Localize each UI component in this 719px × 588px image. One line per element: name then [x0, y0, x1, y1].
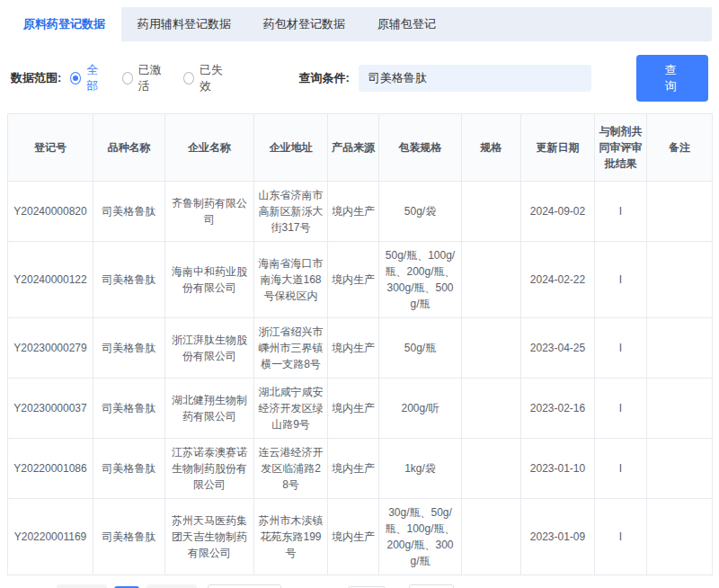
cell-remark [647, 379, 713, 439]
cell-update-date: 2023-01-10 [521, 439, 595, 499]
confirm-button[interactable]: 确定 [409, 584, 454, 588]
cell-update-date: 2023-02-16 [521, 379, 595, 439]
cell-packaging-spec: 50g/瓶、100g/瓶、200g/瓶、300g/瓶、500g/瓶 [379, 242, 462, 318]
cell-company-address: 湖北咸宁咸安经济开发区绿山路9号 [254, 379, 328, 439]
cell-product-source: 境内生产 [328, 379, 379, 439]
tab-raw-material-data[interactable]: 原料药登记数据 [7, 7, 121, 41]
tab-bar: 原料药登记数据 药用辅料登记数据 药包材登记数据 原辅包登记 [7, 7, 712, 41]
cell-product-source: 境内生产 [328, 182, 379, 242]
radio-active-label: 已激活 [138, 62, 167, 94]
page-size-select[interactable]: 10 条/页 ▼ [208, 584, 281, 588]
cell-update-date: 2023-01-09 [521, 499, 595, 575]
tab-raw-aux-pack-registration[interactable]: 原辅包登记 [361, 7, 452, 41]
header-update-date: 更新日期 [521, 114, 595, 182]
cell-company-address: 连云港经济开发区临浦路28号 [254, 439, 328, 499]
header-review-result: 与制剂共同审评审批结果 [595, 114, 647, 182]
cell-packaging-spec: 50g/袋 [379, 182, 462, 242]
cell-variety-name: 司美格鲁肽 [93, 318, 165, 379]
cell-review-result: I [595, 499, 647, 575]
header-spec: 规格 [462, 114, 521, 182]
cell-remark [647, 242, 713, 318]
header-company-name: 企业名称 [165, 114, 254, 182]
cell-packaging-spec: 30g/瓶、50g/瓶、100g/瓶、200g/瓶、300g/瓶 [379, 499, 462, 575]
cell-packaging-spec: 200g/听 [379, 379, 462, 439]
cell-remark [647, 499, 713, 575]
cell-review-result: I [595, 439, 647, 499]
table-row: Y20230000279 司美格鲁肽 浙江湃肽生物股份有限公司 浙江省绍兴市嵊州… [8, 318, 713, 379]
search-input[interactable] [359, 65, 592, 92]
header-reg-no: 登记号 [8, 114, 93, 182]
radio-expired-label: 已失效 [200, 62, 228, 94]
radio-all[interactable]: 全部 [70, 62, 105, 94]
radio-expired[interactable]: 已失效 [183, 62, 228, 94]
cell-variety-name: 司美格鲁肽 [93, 439, 165, 499]
table-header-row: 登记号 品种名称 企业名称 企业地址 产品来源 包装规格 规格 更新日期 与制剂… [8, 114, 713, 182]
header-variety-name: 品种名称 [93, 114, 165, 182]
cell-spec [462, 499, 521, 575]
header-company-address: 企业地址 [254, 114, 328, 182]
table-row: Y20240000122 司美格鲁肽 海南中和药业股份有限公司 海南省海口市南海… [8, 242, 713, 318]
cell-reg-no: Y20240000820 [8, 182, 93, 242]
cell-spec [462, 439, 521, 499]
cell-variety-name: 司美格鲁肽 [93, 499, 165, 575]
cell-product-source: 境内生产 [328, 318, 379, 379]
cell-variety-name: 司美格鲁肽 [93, 242, 165, 318]
query-condition-label: 查询条件: [299, 70, 350, 86]
tab-packaging-material-data[interactable]: 药包材登记数据 [247, 7, 361, 41]
cell-company-address: 山东省济南市高新区新泺大街317号 [254, 182, 328, 242]
cell-company-name: 齐鲁制药有限公司 [165, 182, 254, 242]
cell-reg-no: Y20230000037 [8, 379, 93, 439]
table-row: Y20220001169 司美格鲁肽 苏州天马医药集团天吉生物制药有限公司 苏州… [8, 499, 713, 575]
cell-company-address: 苏州市木渎镇花苑东路199号 [254, 499, 328, 575]
prev-page-button[interactable]: 上一页 [57, 584, 107, 588]
next-page-button[interactable]: 下一页 [146, 584, 197, 588]
radio-all-icon [70, 72, 81, 85]
filter-bar: 数据范围: 全部 已激活 已失效 查询条件: 查 询 [7, 41, 712, 113]
radio-active[interactable]: 已激活 [122, 62, 167, 94]
cell-company-name: 江苏诺泰澳赛诺生物制药股份有限公司 [165, 439, 254, 499]
cell-company-address: 海南省海口市南海大道168号保税区内 [254, 242, 328, 318]
cell-review-result: I [595, 379, 647, 439]
cell-review-result: I [595, 318, 647, 379]
data-range-label: 数据范围: [11, 70, 61, 86]
cell-spec [462, 182, 521, 242]
cell-company-name: 苏州天马医药集团天吉生物制药有限公司 [165, 499, 254, 575]
header-product-source: 产品来源 [328, 114, 379, 182]
radio-all-label: 全部 [86, 62, 105, 94]
cell-spec [462, 242, 521, 318]
header-remark: 备注 [647, 114, 713, 182]
table-row: Y20240000820 司美格鲁肽 齐鲁制药有限公司 山东省济南市高新区新泺大… [8, 182, 713, 242]
search-button[interactable]: 查 询 [636, 55, 708, 102]
cell-packaging-spec: 1kg/袋 [379, 439, 462, 499]
table-row: Y20230000037 司美格鲁肽 湖北健翔生物制药有限公司 湖北咸宁咸安经济… [8, 379, 713, 439]
radio-active-icon [122, 72, 133, 85]
cell-review-result: I [595, 242, 647, 318]
table-row: Y20220001086 司美格鲁肽 江苏诺泰澳赛诺生物制药股份有限公司 连云港… [8, 439, 713, 499]
tab-excipient-data[interactable]: 药用辅料登记数据 [121, 7, 247, 41]
radio-expired-icon [183, 72, 194, 85]
cell-variety-name: 司美格鲁肽 [93, 379, 165, 439]
cell-reg-no: Y20230000279 [8, 318, 93, 379]
cell-update-date: 2023-04-25 [521, 318, 595, 379]
page: 原料药登记数据 药用辅料登记数据 药包材登记数据 原辅包登记 数据范围: 全部 … [0, 0, 719, 588]
cell-company-name: 海南中和药业股份有限公司 [165, 242, 254, 318]
cell-product-source: 境内生产 [328, 499, 379, 575]
cell-review-result: I [595, 182, 647, 242]
cell-product-source: 境内生产 [328, 242, 379, 318]
cell-variety-name: 司美格鲁肽 [93, 182, 165, 242]
cell-update-date: 2024-09-02 [521, 182, 595, 242]
pagination-bar: 共 6 条 上一页 1 下一页 10 条/页 ▼ 到第 页 确定 [7, 575, 712, 588]
cell-reg-no: Y20220001169 [8, 499, 93, 575]
cell-spec [462, 379, 521, 439]
header-packaging-spec: 包装规格 [379, 114, 462, 182]
cell-reg-no: Y20240000122 [8, 242, 93, 318]
cell-remark [647, 182, 713, 242]
cell-remark [647, 318, 713, 379]
cell-update-date: 2024-02-22 [521, 242, 595, 318]
cell-company-name: 湖北健翔生物制药有限公司 [165, 379, 254, 439]
cell-spec [462, 318, 521, 379]
cell-company-address: 浙江省绍兴市嵊州市三界镇横一支路8号 [254, 318, 328, 379]
cell-remark [647, 439, 713, 499]
cell-company-name: 浙江湃肽生物股份有限公司 [165, 318, 254, 379]
registration-table: 登记号 品种名称 企业名称 企业地址 产品来源 包装规格 规格 更新日期 与制剂… [7, 113, 713, 575]
